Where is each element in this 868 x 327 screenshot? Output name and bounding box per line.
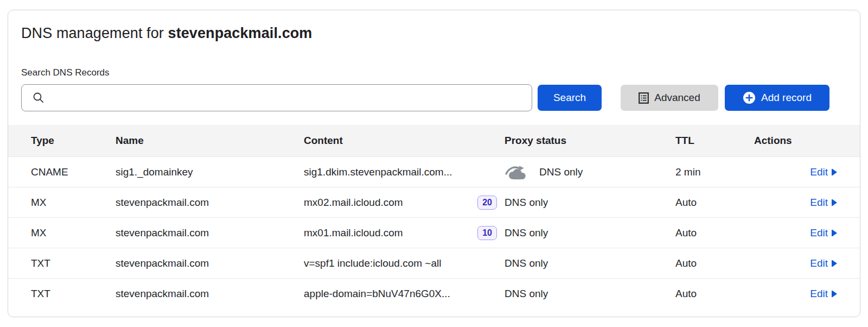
- column-header-name: Name: [116, 135, 304, 147]
- record-type: MX: [31, 197, 116, 209]
- mx-priority-badge: 20: [477, 196, 497, 210]
- edit-caret-icon: [832, 168, 837, 176]
- proxy-status-text: DNS only: [505, 197, 548, 209]
- record-type: CNAME: [31, 166, 116, 178]
- proxy-status-text: DNS only: [539, 166, 583, 178]
- search-toolbar: Search Advanced Add record: [21, 84, 847, 111]
- record-content: mx02.mail.icloud.com: [304, 197, 403, 209]
- edit-record-link[interactable]: Edit: [810, 197, 837, 209]
- page-title-domain: stevenpackmail.com: [168, 25, 312, 41]
- dns-only-cloud-icon: [505, 163, 528, 180]
- column-header-content: Content: [304, 135, 505, 147]
- table-row: MX stevenpackmail.com mx02.mail.icloud.c…: [8, 187, 860, 217]
- record-name: sig1._domainkey: [116, 166, 304, 178]
- table-row: TXT stevenpackmail.com v=spf1 include:ic…: [8, 248, 860, 278]
- edit-caret-icon: [832, 199, 837, 206]
- record-content: sig1.dkim.stevenpackmail.com...: [304, 166, 452, 178]
- search-button[interactable]: Search: [538, 85, 602, 111]
- advanced-button[interactable]: Advanced: [621, 85, 718, 111]
- page-title: DNS management for stevenpackmail.com: [8, 10, 860, 42]
- record-ttl: Auto: [675, 197, 754, 209]
- column-header-proxy-status: Proxy status: [505, 135, 675, 147]
- table-row: TXT stevenpackmail.com apple-domain=bNuV…: [8, 278, 860, 309]
- page-title-prefix: DNS management for: [21, 25, 168, 41]
- edit-record-link[interactable]: Edit: [810, 288, 837, 300]
- record-ttl: Auto: [675, 288, 754, 300]
- record-type: TXT: [31, 257, 116, 269]
- record-ttl: Auto: [675, 257, 754, 269]
- column-header-ttl: TTL: [675, 135, 754, 147]
- record-type: TXT: [31, 288, 116, 300]
- proxy-status-text: DNS only: [505, 257, 548, 269]
- table-row: MX stevenpackmail.com mx01.mail.icloud.c…: [8, 217, 860, 248]
- table-row: CNAME sig1._domainkey sig1.dkim.stevenpa…: [8, 156, 860, 187]
- plus-circle-icon: [743, 91, 756, 104]
- dns-management-card: DNS management for stevenpackmail.com Se…: [8, 10, 860, 317]
- search-box[interactable]: [21, 84, 532, 111]
- add-record-button-label: Add record: [761, 92, 812, 104]
- column-header-actions: Actions: [754, 135, 837, 147]
- record-name: stevenpackmail.com: [116, 257, 304, 269]
- edit-label: Edit: [810, 288, 828, 300]
- edit-label: Edit: [810, 257, 828, 269]
- record-type: MX: [31, 227, 116, 239]
- edit-caret-icon: [832, 260, 837, 267]
- search-button-label: Search: [553, 92, 586, 104]
- record-content: mx01.mail.icloud.com: [304, 227, 403, 239]
- add-record-button[interactable]: Add record: [725, 85, 829, 111]
- dns-records-table: Type Name Content Proxy status TTL Actio…: [8, 125, 860, 309]
- table-header-row: Type Name Content Proxy status TTL Actio…: [8, 125, 860, 156]
- edit-caret-icon: [832, 290, 837, 298]
- edit-record-link[interactable]: Edit: [810, 166, 837, 178]
- proxy-status-text: DNS only: [505, 227, 548, 239]
- record-ttl: Auto: [675, 227, 754, 239]
- advanced-button-label: Advanced: [654, 92, 700, 104]
- search-label: Search DNS Records: [21, 67, 847, 78]
- list-document-icon: [639, 92, 649, 104]
- record-content: apple-domain=bNuV47n6G0X...: [304, 288, 450, 300]
- record-name: stevenpackmail.com: [116, 197, 304, 209]
- search-input[interactable]: [50, 86, 525, 110]
- edit-record-link[interactable]: Edit: [810, 257, 837, 269]
- edit-record-link[interactable]: Edit: [810, 227, 837, 239]
- record-content: v=spf1 include:icloud.com ~all: [304, 257, 441, 269]
- record-name: stevenpackmail.com: [116, 227, 304, 239]
- record-name: stevenpackmail.com: [116, 288, 304, 300]
- edit-caret-icon: [832, 229, 837, 237]
- edit-label: Edit: [810, 227, 828, 239]
- edit-label: Edit: [810, 197, 828, 209]
- mx-priority-badge: 10: [477, 226, 497, 240]
- edit-label: Edit: [810, 166, 828, 178]
- column-header-type: Type: [31, 135, 116, 147]
- search-icon: [33, 92, 44, 104]
- proxy-status-text: DNS only: [505, 288, 548, 300]
- record-ttl: 2 min: [675, 166, 754, 178]
